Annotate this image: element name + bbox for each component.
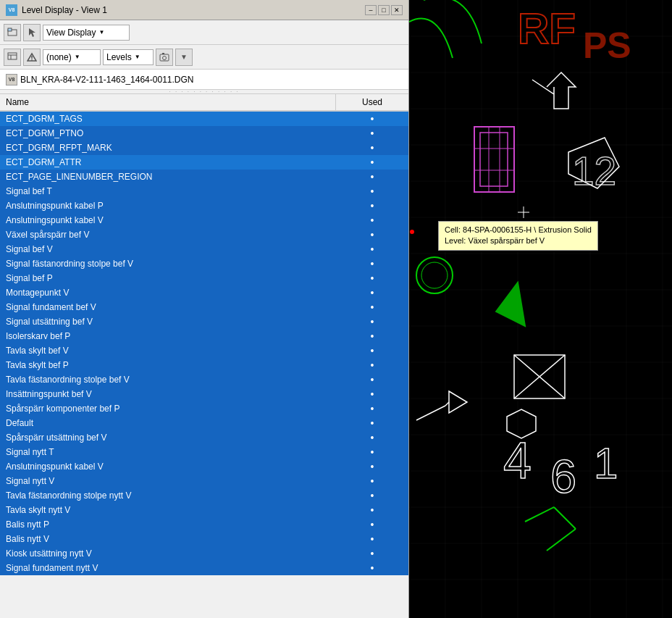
- row-used-cell: •: [336, 142, 408, 154]
- pointer-button[interactable]: [23, 24, 41, 41]
- table-row[interactable]: Signal fundament nytt V•: [0, 561, 408, 575]
- table-row[interactable]: Balis nytt V•: [0, 532, 408, 546]
- row-used-cell: •: [336, 504, 408, 516]
- row-name-cell: Kiosk utsättning nytt V: [0, 547, 336, 560]
- table-header: Name Used: [0, 94, 408, 112]
- table-row[interactable]: Default•: [0, 416, 408, 430]
- row-used-cell: •: [336, 301, 408, 313]
- table-row[interactable]: ECT_DGRM_RFPT_MARK•: [0, 141, 408, 155]
- table-row[interactable]: Anslutningspunkt kabel P•: [0, 199, 408, 213]
- photo-btn[interactable]: [156, 49, 173, 66]
- extra-btn[interactable]: ▼: [175, 49, 193, 66]
- table-row[interactable]: Växel spårspärr bef V•: [0, 227, 408, 242]
- table-content[interactable]: Name Used ECT_DGRM_TAGS•ECT_DGRM_PTNO•EC…: [0, 94, 408, 618]
- tooltip-line1: Cell: 84-SPA-0006155-H \ Extrusion Solid: [445, 225, 592, 235]
- table-row[interactable]: Tavla skylt bef P•: [0, 358, 408, 372]
- table-row[interactable]: Insättningspunkt bef V•: [0, 387, 408, 401]
- table-row[interactable]: Tavla fästanordning stolpe bef V•: [0, 372, 408, 387]
- svg-rect-12: [409, 0, 672, 618]
- table-row[interactable]: Kiosk utsättning nytt V•: [0, 546, 408, 561]
- view-display-arrow: ▼: [98, 29, 104, 36]
- row-used-cell: •: [336, 432, 408, 443]
- table-row[interactable]: Spårspärr komponenter bef P•: [0, 401, 408, 416]
- levels-label: Levels: [106, 52, 132, 62]
- row-used-cell: •: [336, 490, 408, 501]
- row-name-cell: Anslutningspunkt kabel V: [0, 214, 336, 227]
- filter-dropdown[interactable]: (none) ▼: [43, 49, 101, 65]
- row-name-cell: Signal nytt T: [0, 446, 336, 459]
- title-buttons: – □ ✕: [365, 5, 403, 15]
- toolbar-2: (none) ▼ Levels ▼ ▼: [0, 45, 408, 70]
- row-used-cell: •: [336, 548, 408, 559]
- row-name-cell: ECT_DGRM_ATTR: [0, 156, 336, 169]
- file-icon: V8: [6, 74, 17, 85]
- table-row[interactable]: Spårspärr utsättning bef V•: [0, 430, 408, 445]
- title-bar-left: V8 Level Display - View 1: [6, 4, 107, 16]
- row-name-cell: Signal fundament bef V: [0, 301, 336, 314]
- row-name-cell: Signal bef V: [0, 243, 336, 256]
- row-name-cell: Signal bef T: [0, 185, 336, 198]
- row-used-cell: •: [336, 417, 408, 429]
- tool-btn-2[interactable]: [23, 49, 41, 66]
- table-row[interactable]: Balis nytt P•: [0, 517, 408, 532]
- row-name-cell: ECT_PAGE_LINENUMBER_REGION: [0, 170, 336, 183]
- view-display-dropdown[interactable]: View Display ▼: [43, 25, 130, 41]
- row-used-cell: •: [336, 359, 408, 371]
- table-row[interactable]: ECT_DGRM_TAGS•: [0, 112, 408, 126]
- table-row[interactable]: Montagepunkt V•: [0, 285, 408, 300]
- table-area: Name Used ECT_DGRM_TAGS•ECT_DGRM_PTNO•EC…: [0, 94, 408, 618]
- row-name-cell: Signal utsättning bef V: [0, 315, 336, 328]
- row-used-cell: •: [336, 562, 408, 574]
- table-row[interactable]: Signal bef P•: [0, 271, 408, 285]
- table-row[interactable]: Signal fästanordning stolpe bef V•: [0, 256, 408, 271]
- tool-btn-1[interactable]: [4, 49, 21, 66]
- table-row[interactable]: Isolerskarv bef P•: [0, 329, 408, 343]
- levels-dropdown[interactable]: Levels ▼: [103, 49, 154, 65]
- svg-text:6: 6: [550, 450, 576, 503]
- row-used-cell: •: [336, 185, 408, 197]
- restore-button[interactable]: □: [378, 5, 390, 15]
- svg-text:4: 4: [503, 433, 532, 489]
- window-title: Level Display - View 1: [22, 5, 107, 15]
- row-used-cell: •: [336, 316, 408, 327]
- row-name-cell: Tavla skylt nytt V: [0, 504, 336, 517]
- row-used-cell: •: [336, 446, 408, 458]
- row-used-cell: •: [336, 113, 408, 125]
- row-name-cell: Signal bef P: [0, 272, 336, 285]
- table-row[interactable]: Anslutningspunkt kabel V•: [0, 459, 408, 474]
- table-row[interactable]: Signal fundament bef V•: [0, 300, 408, 314]
- svg-text:12: 12: [572, 149, 616, 193]
- svg-text:1: 1: [594, 439, 618, 488]
- table-row[interactable]: Signal utsättning bef V•: [0, 314, 408, 329]
- left-panel: V8 Level Display - View 1 – □ ✕ View Dis…: [0, 0, 409, 618]
- table-row[interactable]: ECT_PAGE_LINENUMBER_REGION•: [0, 170, 408, 184]
- minimize-button[interactable]: –: [365, 5, 377, 15]
- row-name-cell: ECT_DGRM_RFPT_MARK: [0, 141, 336, 154]
- row-used-cell: •: [336, 388, 408, 400]
- row-name-cell: Anslutningspunkt kabel V: [0, 460, 336, 473]
- toolbar-1: View Display ▼: [0, 20, 408, 45]
- table-row[interactable]: Tavla fästanordning stolpe nytt V•: [0, 488, 408, 503]
- row-name-cell: Signal fästanordning stolpe bef V: [0, 257, 336, 270]
- col-used-header: Used: [336, 94, 408, 110]
- table-row[interactable]: Signal nytt V•: [0, 474, 408, 488]
- row-name-cell: Signal nytt V: [0, 475, 336, 488]
- table-row[interactable]: Anslutningspunkt kabel V•: [0, 213, 408, 227]
- svg-point-10: [163, 56, 167, 59]
- table-row[interactable]: Signal bef T•: [0, 184, 408, 199]
- table-row[interactable]: ECT_DGRM_ATTR•: [0, 155, 408, 170]
- row-name-cell: Tavla skylt bef V: [0, 344, 336, 357]
- svg-text:RF: RF: [518, 4, 576, 53]
- row-name-cell: Insättningspunkt bef V: [0, 388, 336, 401]
- row-used-cell: •: [336, 533, 408, 545]
- row-name-cell: Spårspärr utsättning bef V: [0, 431, 336, 444]
- back-button[interactable]: [4, 24, 21, 41]
- table-row[interactable]: Signal nytt T•: [0, 445, 408, 459]
- file-path-text: BLN_KRA-84-V2-111-1463_1464-0011.DGN: [20, 75, 193, 85]
- cad-view: RF PS 12: [409, 0, 672, 618]
- table-row[interactable]: ECT_DGRM_PTNO•: [0, 126, 408, 141]
- table-row[interactable]: Tavla skylt bef V•: [0, 343, 408, 358]
- table-row[interactable]: Signal bef V•: [0, 242, 408, 256]
- table-row[interactable]: Tavla skylt nytt V•: [0, 503, 408, 517]
- close-button[interactable]: ✕: [391, 5, 403, 15]
